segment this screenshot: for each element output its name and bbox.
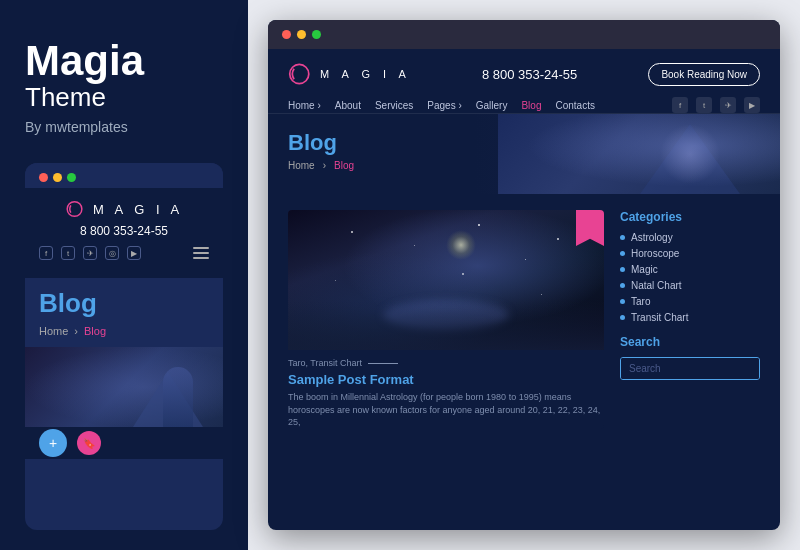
site-logo-text: M A G I A [320,68,411,80]
mobile-blog-section: Blog Home › Blog [25,278,223,347]
mountain-gradient [288,300,604,350]
category-transit-chart[interactable]: Transit Chart [620,312,760,323]
youtube-icon[interactable]: ▶ [127,246,141,260]
blog-hero: Blog Home › Blog [268,114,780,194]
post-excerpt: The boom in Millennial Astrology (for pe… [288,391,604,429]
nav-about[interactable]: About [335,100,361,111]
nav-telegram-icon[interactable]: ✈ [720,97,736,113]
mobile-logo-text: M A G I A [93,202,183,217]
nav-contacts[interactable]: Contacts [555,100,594,111]
nav-gallery[interactable]: Gallery [476,100,508,111]
browser-window: M A G I A 8 800 353-24-55 Book Reading N… [268,20,780,530]
blog-breadcrumb-active: Blog [334,160,354,171]
nav-blog[interactable]: Blog [521,100,541,111]
category-taro[interactable]: Taro [620,296,760,307]
category-astrology[interactable]: Astrology [620,232,760,243]
browser-dot-yellow[interactable] [297,30,306,39]
site-header-top: M A G I A 8 800 353-24-55 Book Reading N… [288,61,760,87]
search-widget: Search [620,335,760,380]
categories-widget: Categories Astrology Horoscope Magic [620,210,760,323]
sidebar: Categories Astrology Horoscope Magic [620,210,760,514]
dot-yellow [53,173,62,182]
post-card: Taro, Transit Chart Sample Post Format T… [288,210,604,429]
category-dot-icon [620,251,625,256]
nav-links: Home › About Services Pages › Gallery Bl… [288,100,595,111]
category-natal-chart[interactable]: Natal Chart [620,280,760,291]
facebook-icon[interactable]: f [39,246,53,260]
category-dot-icon [620,267,625,272]
category-dot-icon [620,283,625,288]
post-title[interactable]: Sample Post Format [288,372,604,387]
browser-dot-green[interactable] [312,30,321,39]
category-horoscope[interactable]: Horoscope [620,248,760,259]
category-list: Astrology Horoscope Magic Natal Cha [620,232,760,323]
right-panel: M A G I A 8 800 353-24-55 Book Reading N… [248,0,800,550]
post-tags: Taro, Transit Chart [288,358,362,368]
category-label: Astrology [631,232,673,243]
left-panel: Magia Theme By mwtemplates M A G I A 8 8… [0,0,248,550]
blog-page-title: Blog [288,130,760,156]
search-input-wrap [620,357,760,380]
category-magic[interactable]: Magic [620,264,760,275]
mobile-content: M A G I A 8 800 353-24-55 f t ✈ ◎ ▶ [25,188,223,278]
post-meta: Taro, Transit Chart [288,358,604,368]
dot-red [39,173,48,182]
site-phone: 8 800 353-24-55 [482,67,577,82]
blog-breadcrumb-home[interactable]: Home [288,160,315,171]
tumblr-icon[interactable]: t [61,246,75,260]
post-image [288,210,604,350]
mobile-mockup: M A G I A 8 800 353-24-55 f t ✈ ◎ ▶ Blog… [25,163,223,530]
brand-by: By mwtemplates [25,119,223,135]
category-label: Magic [631,264,658,275]
nav-services[interactable]: Services [375,100,413,111]
nav-facebook-icon[interactable]: f [672,97,688,113]
nav-pages[interactable]: Pages › [427,100,461,111]
logo-moon-icon [288,61,314,87]
hamburger-menu[interactable] [193,247,209,259]
mobile-bookmark-button[interactable]: 🔖 [77,431,101,455]
person-silhouette [163,367,193,427]
nav-youtube-icon[interactable]: ▶ [744,97,760,113]
nav-tumblr-icon[interactable]: t [696,97,712,113]
mobile-breadcrumb-active: Blog [84,325,106,337]
mobile-logo-row: M A G I A [39,198,209,220]
search-widget-title: Search [620,335,760,349]
brand-section: Magia Theme By mwtemplates [25,40,223,163]
mobile-logo: M A G I A [65,198,183,220]
mobile-top-bar [25,163,223,188]
telegram-icon[interactable]: ✈ [83,246,97,260]
category-label: Transit Chart [631,312,688,323]
book-reading-button[interactable]: Book Reading Now [648,63,760,86]
posts-area: Taro, Transit Chart Sample Post Format T… [288,210,604,514]
mobile-phone: 8 800 353-24-55 [39,224,209,238]
mobile-logo-icon [65,198,87,220]
brand-title: Magia [25,40,223,82]
mobile-add-button[interactable]: + [39,429,67,457]
brand-subtitle: Theme [25,82,223,113]
browser-chrome [268,20,780,49]
categories-title: Categories [620,210,760,224]
category-dot-icon [620,315,625,320]
mobile-footer-bar: + 🔖 [25,427,223,459]
breadcrumb-arrow-icon: › [74,325,78,337]
post-meta-line [368,363,398,364]
category-label: Horoscope [631,248,679,259]
category-dot-icon [620,299,625,304]
nav-social-icons: f t ✈ ▶ [672,97,760,113]
site-logo: M A G I A [288,61,411,87]
nav-home[interactable]: Home › [288,100,321,111]
dot-green [67,173,76,182]
category-label: Taro [631,296,650,307]
main-content: Taro, Transit Chart Sample Post Format T… [268,194,780,530]
search-input[interactable] [621,358,760,379]
mobile-blog-title: Blog [39,288,209,319]
category-label: Natal Chart [631,280,682,291]
instagram-icon[interactable]: ◎ [105,246,119,260]
mobile-socials: f t ✈ ◎ ▶ [39,246,209,260]
mobile-breadcrumb-home[interactable]: Home [39,325,68,337]
browser-dot-red[interactable] [282,30,291,39]
blog-breadcrumb: Home › Blog [288,160,760,171]
moon-glow [446,230,476,260]
blog-breadcrumb-arrow-icon: › [323,160,326,171]
site-nav: Home › About Services Pages › Gallery Bl… [288,97,760,113]
